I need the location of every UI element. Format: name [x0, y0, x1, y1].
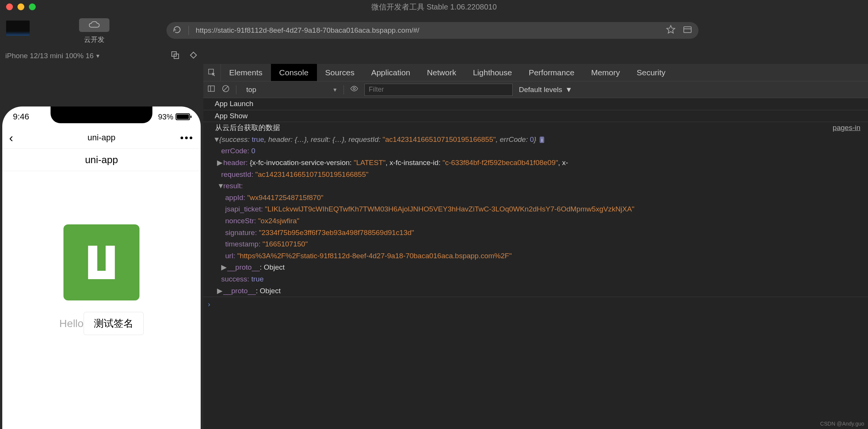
- clear-icon: [222, 84, 230, 93]
- chevron-down-icon: ▼: [565, 86, 572, 94]
- chevron-down-icon: ▼: [332, 87, 337, 93]
- close-window[interactable]: [6, 3, 13, 10]
- console-line: App Show: [203, 110, 868, 122]
- tab-network[interactable]: Network: [418, 64, 464, 81]
- divider: [236, 85, 236, 94]
- app-content: Hello 测试签名: [2, 171, 201, 335]
- tab-memory[interactable]: Memory: [583, 64, 628, 81]
- console-prop[interactable]: ▶__proto__: Object: [203, 262, 868, 273]
- minimize-window[interactable]: [17, 3, 24, 10]
- u-logo-icon: [81, 242, 122, 283]
- nav-title: uni-app: [87, 133, 115, 143]
- divider: [344, 85, 344, 94]
- tab-elements[interactable]: Elements: [221, 64, 271, 81]
- star-icon: [666, 25, 676, 35]
- watermark: CSDN @Andy.guo: [820, 421, 864, 427]
- pop-out-button[interactable]: [171, 51, 180, 62]
- tab-application[interactable]: Application: [363, 64, 419, 81]
- log-levels-selector[interactable]: Default levels ▼: [519, 86, 572, 94]
- console-prop[interactable]: jsapi_ticket: "LIKLckvwlJT9cWIhEQTwfKh7T…: [203, 203, 868, 215]
- console-output[interactable]: App Launch App Show 从云后台获取的数据pages-in ▼{…: [203, 98, 868, 429]
- source-link[interactable]: pages-in: [833, 123, 860, 133]
- window-controls: [0, 3, 36, 10]
- app-nav-bar: ‹ uni-app: [2, 127, 201, 148]
- live-expression-button[interactable]: [350, 84, 358, 95]
- console-prop[interactable]: nonceStr: "ox24sjwfira": [203, 215, 868, 227]
- titlebar: 微信开发者工具 Stable 1.06.2208010: [0, 0, 868, 14]
- console-prop[interactable]: requestId: "ac1423141665107150195166855": [203, 169, 868, 181]
- device-selector[interactable]: iPhone 12/13 mini 100% 16 ▼: [5, 52, 100, 60]
- battery-status: 93%: [158, 113, 190, 121]
- tab-console[interactable]: Console: [271, 64, 317, 81]
- context-label: top: [246, 86, 256, 94]
- divider: [188, 26, 189, 35]
- back-button[interactable]: ‹: [9, 131, 13, 145]
- inspect-element-button[interactable]: [203, 64, 221, 81]
- hello-row: Hello 测试签名: [59, 312, 144, 335]
- rotate-icon: [189, 51, 198, 60]
- console-line: 从云后台获取的数据pages-in: [203, 122, 868, 134]
- console-sidebar-toggle[interactable]: [207, 84, 215, 95]
- tab-security[interactable]: Security: [628, 64, 674, 81]
- favorite-button[interactable]: [666, 25, 676, 37]
- url-text[interactable]: https://static-91f8112d-8eef-4d27-9a18-7…: [196, 26, 659, 35]
- uni-app-logo: [63, 224, 139, 300]
- battery-icon: [176, 113, 190, 120]
- reload-icon: [173, 25, 182, 34]
- device-label-text: iPhone 12/13 mini 100% 16: [5, 52, 93, 60]
- window-title: 微信开发者工具 Stable 1.06.2208010: [371, 2, 497, 12]
- console-filter-input[interactable]: [364, 84, 513, 96]
- clear-console-button[interactable]: [222, 84, 230, 95]
- devtools-panel: Elements Console Sources Application Net…: [203, 64, 868, 429]
- console-prop[interactable]: signature: "2334f75b95e3ff6f73eb93a498f7…: [203, 227, 868, 239]
- sidebar-icon: [207, 84, 215, 93]
- inspect-icon: [208, 68, 216, 77]
- console-prop[interactable]: timestamp: "1665107150": [203, 238, 868, 250]
- tab-lighthouse[interactable]: Lighthouse: [464, 64, 520, 81]
- tab-performance[interactable]: Performance: [520, 64, 583, 81]
- svg-line-8: [224, 87, 228, 91]
- test-signature-button[interactable]: 测试签名: [84, 312, 144, 335]
- page-section-title: uni-app: [2, 148, 201, 171]
- levels-label: Default levels: [519, 86, 562, 94]
- console-input[interactable]: [203, 297, 868, 312]
- svg-point-9: [353, 87, 356, 90]
- console-line: App Launch: [203, 98, 868, 110]
- maximize-window[interactable]: [29, 3, 36, 10]
- reload-button[interactable]: [173, 25, 182, 36]
- device-notch: [51, 106, 152, 123]
- app-thumbnail[interactable]: [6, 21, 30, 36]
- hello-text: Hello: [59, 318, 84, 330]
- console-prop[interactable]: errCode: 0: [203, 145, 868, 157]
- device-simulator: 9:46 93% ‹ uni-app uni-app Hello 测试签名: [2, 106, 201, 429]
- console-prop[interactable]: ▶__proto__: Object: [203, 285, 868, 297]
- battery-percent: 93%: [158, 113, 173, 121]
- cloud-dev-label: 云开发: [84, 35, 105, 44]
- cloud-dev[interactable]: 云开发: [79, 18, 109, 44]
- devtools-tabs: Elements Console Sources Application Net…: [203, 64, 868, 81]
- context-selector[interactable]: top ▼: [242, 86, 337, 94]
- console-prop[interactable]: success: true: [203, 273, 868, 285]
- tab-sources[interactable]: Sources: [317, 64, 363, 81]
- console-object-summary[interactable]: ▼{success: true, header: {…}, result: {……: [203, 134, 868, 146]
- console-prop[interactable]: ▶header: {x-fc-invocation-service-versio…: [203, 157, 868, 169]
- svg-rect-0: [684, 27, 691, 32]
- chevron-down-icon: ▼: [95, 53, 100, 59]
- cloud-dev-button[interactable]: [79, 18, 109, 32]
- cloud-icon: [89, 21, 100, 29]
- pop-out-icon: [171, 51, 180, 60]
- folder-button[interactable]: [683, 25, 692, 37]
- url-bar: https://static-91f8112d-8eef-4d27-9a18-7…: [166, 22, 699, 39]
- console-prop[interactable]: ▼result:: [203, 180, 868, 192]
- menu-button[interactable]: [181, 137, 192, 139]
- status-time: 9:46: [13, 112, 29, 122]
- console-prop[interactable]: appId: "wx944172548715f870": [203, 192, 868, 204]
- svg-rect-5: [208, 86, 215, 92]
- console-prop[interactable]: url: "https%3A%2F%2Fstatic-91f8112d-8eef…: [203, 250, 868, 262]
- info-badge: i: [540, 137, 544, 143]
- folder-icon: [683, 25, 692, 35]
- device-bar: iPhone 12/13 mini 100% 16 ▼: [0, 48, 868, 64]
- rotate-button[interactable]: [189, 51, 198, 62]
- toolbar: 云开发 https://static-91f8112d-8eef-4d27-9a…: [0, 14, 868, 48]
- console-toolbar: top ▼ Default levels ▼: [203, 81, 868, 98]
